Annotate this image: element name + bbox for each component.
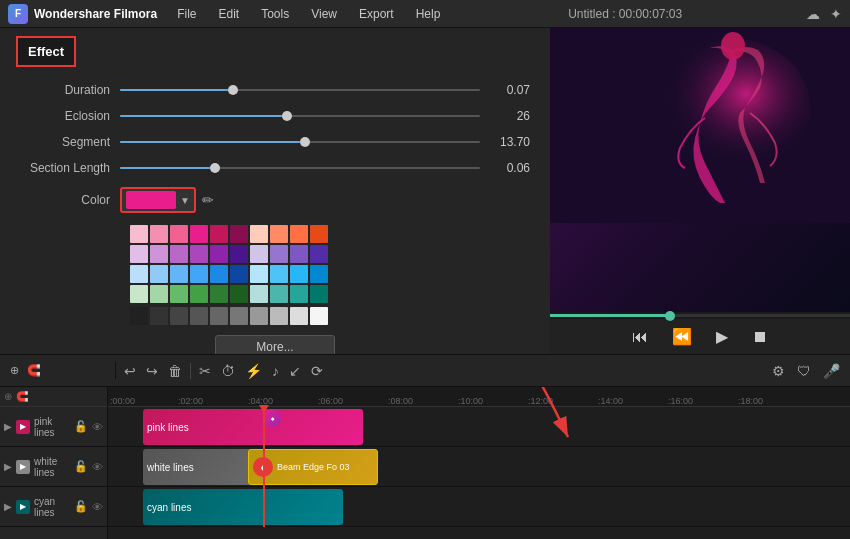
palette-cell[interactable]: [170, 225, 188, 243]
palette-cell[interactable]: [130, 307, 148, 325]
palette-cell[interactable]: [150, 285, 168, 303]
palette-cell[interactable]: [290, 245, 308, 263]
track-expand-icon-3[interactable]: ▶: [4, 501, 12, 512]
segment-thumb[interactable]: [300, 137, 310, 147]
palette-cell[interactable]: [310, 245, 328, 263]
skip-back-button[interactable]: ⏮: [628, 326, 652, 348]
more-button[interactable]: More...: [215, 335, 335, 354]
palette-cell[interactable]: [310, 285, 328, 303]
palette-cell[interactable]: [270, 285, 288, 303]
preview-progress[interactable]: [550, 314, 850, 317]
palette-cell[interactable]: [230, 307, 248, 325]
track-lock-icon-3[interactable]: 🔓: [74, 500, 88, 513]
palette-cell[interactable]: [190, 225, 208, 243]
track-eye-icon-3[interactable]: 👁: [92, 501, 103, 513]
stop-button[interactable]: ⏹: [748, 326, 772, 348]
palette-cell[interactable]: [310, 225, 328, 243]
palette-cell[interactable]: [250, 265, 268, 283]
track-lock-icon-2[interactable]: 🔓: [74, 460, 88, 473]
palette-cell[interactable]: [210, 225, 228, 243]
palette-cell[interactable]: [230, 225, 248, 243]
menu-file[interactable]: File: [173, 5, 200, 23]
palette-cell[interactable]: [150, 245, 168, 263]
palette-cell[interactable]: [130, 285, 148, 303]
menu-help[interactable]: Help: [412, 5, 445, 23]
redo-button[interactable]: ↪: [144, 361, 160, 381]
palette-cell[interactable]: [150, 307, 168, 325]
shield-btn[interactable]: 🛡: [795, 361, 813, 381]
palette-cell[interactable]: [230, 265, 248, 283]
cloud-icon[interactable]: ☁: [806, 6, 820, 22]
effect-clip[interactable]: ♦ Beam Edge Fo 03: [248, 449, 378, 485]
magnet-button[interactable]: 🧲: [25, 362, 43, 379]
progress-handle[interactable]: [665, 311, 675, 321]
palette-cell[interactable]: [190, 245, 208, 263]
palette-cell[interactable]: [190, 307, 208, 325]
add-track-button[interactable]: ⊕: [8, 362, 21, 379]
menu-edit[interactable]: Edit: [214, 5, 243, 23]
track-expand-icon[interactable]: ▶: [4, 421, 12, 432]
mic-btn[interactable]: 🎤: [821, 361, 842, 381]
undo-button[interactable]: ↩: [122, 361, 138, 381]
menu-export[interactable]: Export: [355, 5, 398, 23]
eclosion-slider[interactable]: [120, 115, 480, 117]
pink-clip[interactable]: pink lines: [143, 409, 363, 445]
palette-cell[interactable]: [290, 285, 308, 303]
palette-cell[interactable]: [190, 265, 208, 283]
duration-thumb[interactable]: [228, 85, 238, 95]
palette-cell[interactable]: [170, 285, 188, 303]
palette-cell[interactable]: [270, 225, 288, 243]
palette-cell[interactable]: [210, 285, 228, 303]
effects-button[interactable]: ⚡: [243, 361, 264, 381]
track-eye-icon-2[interactable]: 👁: [92, 461, 103, 473]
settings-icon[interactable]: ✦: [830, 6, 842, 22]
duration-slider[interactable]: [120, 89, 480, 91]
palette-cell[interactable]: [250, 285, 268, 303]
segment-slider[interactable]: [120, 141, 480, 143]
eyedropper-icon[interactable]: ✏: [202, 192, 214, 208]
menu-tools[interactable]: Tools: [257, 5, 293, 23]
palette-cell[interactable]: [290, 307, 308, 325]
palette-cell[interactable]: [150, 225, 168, 243]
palette-cell[interactable]: [130, 265, 148, 283]
palette-cell[interactable]: [170, 265, 188, 283]
refresh-button[interactable]: ⟳: [309, 361, 325, 381]
palette-cell[interactable]: [210, 245, 228, 263]
palette-cell[interactable]: [170, 245, 188, 263]
palette-cell[interactable]: [270, 265, 288, 283]
track-eye-icon[interactable]: 👁: [92, 421, 103, 433]
audio-button[interactable]: ♪: [270, 361, 281, 381]
palette-cell[interactable]: [270, 307, 288, 325]
palette-cell[interactable]: [230, 245, 248, 263]
palette-cell[interactable]: [250, 225, 268, 243]
palette-cell[interactable]: [210, 307, 228, 325]
palette-cell[interactable]: [210, 265, 228, 283]
cut-button[interactable]: ✂: [197, 361, 213, 381]
track-expand-icon-2[interactable]: ▶: [4, 461, 12, 472]
palette-cell[interactable]: [310, 307, 328, 325]
settings-btn[interactable]: ⚙: [770, 361, 787, 381]
track-lock-icon[interactable]: 🔓: [74, 420, 88, 433]
speed-button[interactable]: ⏱: [219, 361, 237, 381]
palette-cell[interactable]: [190, 285, 208, 303]
palette-cell[interactable]: [150, 265, 168, 283]
palette-cell[interactable]: [250, 307, 268, 325]
play-button[interactable]: ▶: [712, 325, 732, 348]
palette-cell[interactable]: [270, 245, 288, 263]
cyan-clip[interactable]: cyan lines: [143, 489, 343, 525]
delete-button[interactable]: 🗑: [166, 361, 184, 381]
color-picker-button[interactable]: ▼: [120, 187, 196, 213]
palette-cell[interactable]: [230, 285, 248, 303]
section-length-thumb[interactable]: [210, 163, 220, 173]
menu-view[interactable]: View: [307, 5, 341, 23]
palette-cell[interactable]: [310, 265, 328, 283]
palette-cell[interactable]: [130, 225, 148, 243]
palette-cell[interactable]: [170, 307, 188, 325]
split-button[interactable]: ↙: [287, 361, 303, 381]
palette-cell[interactable]: [250, 245, 268, 263]
section-length-slider[interactable]: [120, 167, 480, 169]
palette-cell[interactable]: [290, 265, 308, 283]
play-reverse-button[interactable]: ⏪: [668, 325, 696, 348]
palette-cell[interactable]: [290, 225, 308, 243]
eclosion-thumb[interactable]: [282, 111, 292, 121]
